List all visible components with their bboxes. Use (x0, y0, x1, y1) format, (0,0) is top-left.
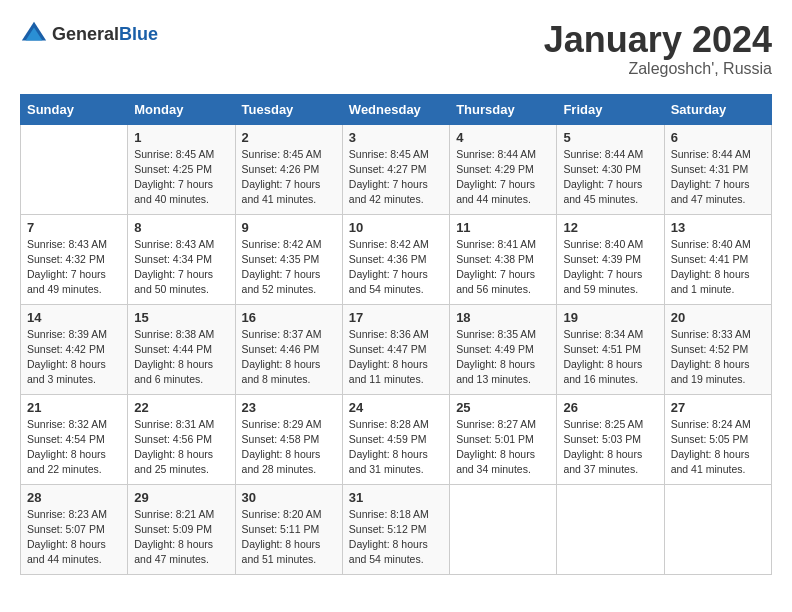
calendar-cell: 31Sunrise: 8:18 AM Sunset: 5:12 PM Dayli… (342, 484, 449, 574)
calendar-cell: 28Sunrise: 8:23 AM Sunset: 5:07 PM Dayli… (21, 484, 128, 574)
calendar-table: SundayMondayTuesdayWednesdayThursdayFrid… (20, 94, 772, 575)
day-info: Sunrise: 8:40 AM Sunset: 4:39 PM Dayligh… (563, 237, 657, 298)
calendar-cell: 22Sunrise: 8:31 AM Sunset: 4:56 PM Dayli… (128, 394, 235, 484)
logo-icon (20, 20, 48, 48)
day-info: Sunrise: 8:31 AM Sunset: 4:56 PM Dayligh… (134, 417, 228, 478)
calendar-week-4: 21Sunrise: 8:32 AM Sunset: 4:54 PM Dayli… (21, 394, 772, 484)
month-title: January 2024 (544, 20, 772, 60)
page-header: GeneralBlue January 2024 Zalegoshch', Ru… (20, 20, 772, 78)
column-header-saturday: Saturday (664, 94, 771, 124)
calendar-cell: 19Sunrise: 8:34 AM Sunset: 4:51 PM Dayli… (557, 304, 664, 394)
calendar-cell: 18Sunrise: 8:35 AM Sunset: 4:49 PM Dayli… (450, 304, 557, 394)
day-number: 21 (27, 400, 121, 415)
calendar-cell: 16Sunrise: 8:37 AM Sunset: 4:46 PM Dayli… (235, 304, 342, 394)
calendar-cell (557, 484, 664, 574)
day-info: Sunrise: 8:32 AM Sunset: 4:54 PM Dayligh… (27, 417, 121, 478)
logo-blue-text: Blue (119, 24, 158, 44)
day-info: Sunrise: 8:25 AM Sunset: 5:03 PM Dayligh… (563, 417, 657, 478)
day-number: 15 (134, 310, 228, 325)
day-number: 22 (134, 400, 228, 415)
calendar-cell: 5Sunrise: 8:44 AM Sunset: 4:30 PM Daylig… (557, 124, 664, 214)
day-info: Sunrise: 8:45 AM Sunset: 4:27 PM Dayligh… (349, 147, 443, 208)
calendar-cell: 12Sunrise: 8:40 AM Sunset: 4:39 PM Dayli… (557, 214, 664, 304)
location-title: Zalegoshch', Russia (544, 60, 772, 78)
calendar-cell: 24Sunrise: 8:28 AM Sunset: 4:59 PM Dayli… (342, 394, 449, 484)
calendar-cell: 11Sunrise: 8:41 AM Sunset: 4:38 PM Dayli… (450, 214, 557, 304)
calendar-cell: 21Sunrise: 8:32 AM Sunset: 4:54 PM Dayli… (21, 394, 128, 484)
day-number: 12 (563, 220, 657, 235)
day-number: 19 (563, 310, 657, 325)
day-info: Sunrise: 8:45 AM Sunset: 4:25 PM Dayligh… (134, 147, 228, 208)
day-number: 18 (456, 310, 550, 325)
calendar-week-1: 1Sunrise: 8:45 AM Sunset: 4:25 PM Daylig… (21, 124, 772, 214)
calendar-cell: 29Sunrise: 8:21 AM Sunset: 5:09 PM Dayli… (128, 484, 235, 574)
calendar-cell: 15Sunrise: 8:38 AM Sunset: 4:44 PM Dayli… (128, 304, 235, 394)
calendar-cell: 8Sunrise: 8:43 AM Sunset: 4:34 PM Daylig… (128, 214, 235, 304)
day-number: 4 (456, 130, 550, 145)
day-info: Sunrise: 8:45 AM Sunset: 4:26 PM Dayligh… (242, 147, 336, 208)
column-header-thursday: Thursday (450, 94, 557, 124)
day-info: Sunrise: 8:43 AM Sunset: 4:34 PM Dayligh… (134, 237, 228, 298)
day-info: Sunrise: 8:44 AM Sunset: 4:31 PM Dayligh… (671, 147, 765, 208)
calendar-cell (450, 484, 557, 574)
calendar-cell (21, 124, 128, 214)
logo-general-text: General (52, 24, 119, 44)
calendar-cell: 14Sunrise: 8:39 AM Sunset: 4:42 PM Dayli… (21, 304, 128, 394)
day-number: 8 (134, 220, 228, 235)
day-number: 9 (242, 220, 336, 235)
day-info: Sunrise: 8:37 AM Sunset: 4:46 PM Dayligh… (242, 327, 336, 388)
day-number: 13 (671, 220, 765, 235)
calendar-cell: 27Sunrise: 8:24 AM Sunset: 5:05 PM Dayli… (664, 394, 771, 484)
column-header-friday: Friday (557, 94, 664, 124)
column-header-wednesday: Wednesday (342, 94, 449, 124)
day-number: 17 (349, 310, 443, 325)
calendar-week-2: 7Sunrise: 8:43 AM Sunset: 4:32 PM Daylig… (21, 214, 772, 304)
day-number: 27 (671, 400, 765, 415)
day-number: 30 (242, 490, 336, 505)
calendar-cell: 23Sunrise: 8:29 AM Sunset: 4:58 PM Dayli… (235, 394, 342, 484)
day-info: Sunrise: 8:27 AM Sunset: 5:01 PM Dayligh… (456, 417, 550, 478)
day-info: Sunrise: 8:21 AM Sunset: 5:09 PM Dayligh… (134, 507, 228, 568)
logo: GeneralBlue (20, 20, 158, 48)
column-header-tuesday: Tuesday (235, 94, 342, 124)
calendar-cell: 10Sunrise: 8:42 AM Sunset: 4:36 PM Dayli… (342, 214, 449, 304)
day-number: 5 (563, 130, 657, 145)
calendar-header-row: SundayMondayTuesdayWednesdayThursdayFrid… (21, 94, 772, 124)
calendar-cell: 3Sunrise: 8:45 AM Sunset: 4:27 PM Daylig… (342, 124, 449, 214)
day-number: 29 (134, 490, 228, 505)
day-number: 1 (134, 130, 228, 145)
column-header-monday: Monday (128, 94, 235, 124)
day-info: Sunrise: 8:35 AM Sunset: 4:49 PM Dayligh… (456, 327, 550, 388)
calendar-cell: 13Sunrise: 8:40 AM Sunset: 4:41 PM Dayli… (664, 214, 771, 304)
calendar-week-3: 14Sunrise: 8:39 AM Sunset: 4:42 PM Dayli… (21, 304, 772, 394)
title-block: January 2024 Zalegoshch', Russia (544, 20, 772, 78)
day-info: Sunrise: 8:23 AM Sunset: 5:07 PM Dayligh… (27, 507, 121, 568)
day-info: Sunrise: 8:38 AM Sunset: 4:44 PM Dayligh… (134, 327, 228, 388)
day-number: 23 (242, 400, 336, 415)
calendar-cell: 4Sunrise: 8:44 AM Sunset: 4:29 PM Daylig… (450, 124, 557, 214)
day-number: 26 (563, 400, 657, 415)
day-number: 16 (242, 310, 336, 325)
day-number: 7 (27, 220, 121, 235)
calendar-cell: 30Sunrise: 8:20 AM Sunset: 5:11 PM Dayli… (235, 484, 342, 574)
calendar-week-5: 28Sunrise: 8:23 AM Sunset: 5:07 PM Dayli… (21, 484, 772, 574)
calendar-cell: 25Sunrise: 8:27 AM Sunset: 5:01 PM Dayli… (450, 394, 557, 484)
calendar-cell: 7Sunrise: 8:43 AM Sunset: 4:32 PM Daylig… (21, 214, 128, 304)
day-info: Sunrise: 8:44 AM Sunset: 4:30 PM Dayligh… (563, 147, 657, 208)
day-info: Sunrise: 8:33 AM Sunset: 4:52 PM Dayligh… (671, 327, 765, 388)
day-number: 28 (27, 490, 121, 505)
day-number: 6 (671, 130, 765, 145)
day-info: Sunrise: 8:18 AM Sunset: 5:12 PM Dayligh… (349, 507, 443, 568)
day-info: Sunrise: 8:24 AM Sunset: 5:05 PM Dayligh… (671, 417, 765, 478)
day-info: Sunrise: 8:36 AM Sunset: 4:47 PM Dayligh… (349, 327, 443, 388)
calendar-cell: 17Sunrise: 8:36 AM Sunset: 4:47 PM Dayli… (342, 304, 449, 394)
day-number: 14 (27, 310, 121, 325)
calendar-cell: 2Sunrise: 8:45 AM Sunset: 4:26 PM Daylig… (235, 124, 342, 214)
calendar-cell (664, 484, 771, 574)
day-number: 2 (242, 130, 336, 145)
day-number: 3 (349, 130, 443, 145)
day-info: Sunrise: 8:41 AM Sunset: 4:38 PM Dayligh… (456, 237, 550, 298)
calendar-cell: 1Sunrise: 8:45 AM Sunset: 4:25 PM Daylig… (128, 124, 235, 214)
day-number: 10 (349, 220, 443, 235)
day-number: 25 (456, 400, 550, 415)
